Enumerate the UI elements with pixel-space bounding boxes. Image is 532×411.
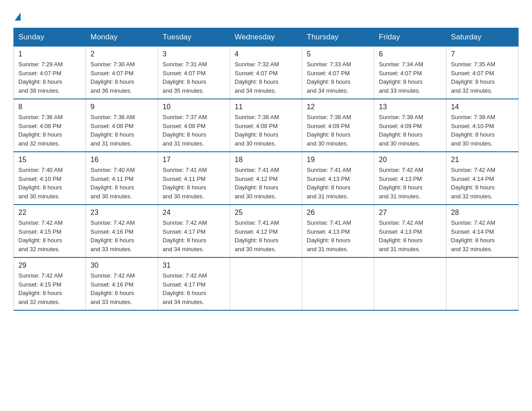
logo-triangle-icon (15, 13, 21, 21)
calendar-cell: 29 Sunrise: 7:42 AMSunset: 4:15 PMDaylig… (14, 257, 86, 310)
day-info: Sunrise: 7:34 AMSunset: 4:07 PMDaylight:… (379, 61, 423, 94)
calendar-cell: 11 Sunrise: 7:38 AMSunset: 4:08 PMDaylig… (230, 99, 302, 152)
day-number: 20 (379, 156, 442, 164)
day-info: Sunrise: 7:42 AMSunset: 4:13 PMDaylight:… (379, 167, 423, 200)
calendar-cell: 27 Sunrise: 7:42 AMSunset: 4:13 PMDaylig… (374, 205, 446, 257)
calendar-cell: 25 Sunrise: 7:41 AMSunset: 4:12 PMDaylig… (230, 205, 302, 257)
day-info: Sunrise: 7:41 AMSunset: 4:11 PMDaylight:… (163, 167, 207, 200)
weekday-header-thursday: Thursday (302, 28, 374, 47)
day-number: 29 (18, 261, 81, 270)
calendar-cell (302, 257, 374, 310)
calendar-cell: 23 Sunrise: 7:42 AMSunset: 4:16 PMDaylig… (86, 205, 158, 257)
calendar-cell: 4 Sunrise: 7:32 AMSunset: 4:07 PMDayligh… (230, 47, 302, 99)
day-number: 15 (18, 156, 81, 164)
day-info: Sunrise: 7:38 AMSunset: 4:09 PMDaylight:… (307, 114, 351, 147)
calendar-cell: 19 Sunrise: 7:41 AMSunset: 4:13 PMDaylig… (302, 152, 374, 205)
day-info: Sunrise: 7:40 AMSunset: 4:10 PMDaylight:… (18, 167, 63, 200)
day-info: Sunrise: 7:35 AMSunset: 4:07 PMDaylight:… (451, 61, 495, 94)
day-number: 3 (163, 50, 225, 58)
day-number: 19 (307, 156, 369, 164)
day-number: 1 (18, 50, 81, 58)
calendar-week-2: 8 Sunrise: 7:36 AMSunset: 4:08 PMDayligh… (14, 99, 519, 152)
calendar-cell: 17 Sunrise: 7:41 AMSunset: 4:11 PMDaylig… (158, 152, 230, 205)
calendar-cell: 1 Sunrise: 7:29 AMSunset: 4:07 PMDayligh… (14, 47, 86, 99)
calendar-cell (374, 257, 446, 310)
calendar-cell: 28 Sunrise: 7:42 AMSunset: 4:14 PMDaylig… (446, 205, 519, 257)
day-number: 7 (451, 50, 514, 58)
day-number: 26 (307, 209, 369, 217)
day-info: Sunrise: 7:42 AMSunset: 4:14 PMDaylight:… (451, 167, 495, 200)
day-number: 6 (379, 50, 442, 58)
day-info: Sunrise: 7:36 AMSunset: 4:08 PMDaylight:… (90, 114, 135, 147)
calendar-cell: 6 Sunrise: 7:34 AMSunset: 4:07 PMDayligh… (374, 47, 446, 99)
day-info: Sunrise: 7:39 AMSunset: 4:09 PMDaylight:… (379, 114, 423, 147)
calendar-cell: 2 Sunrise: 7:30 AMSunset: 4:07 PMDayligh… (86, 47, 158, 99)
day-info: Sunrise: 7:41 AMSunset: 4:13 PMDaylight:… (307, 167, 351, 200)
day-info: Sunrise: 7:37 AMSunset: 4:08 PMDaylight:… (163, 114, 207, 147)
calendar-cell: 3 Sunrise: 7:31 AMSunset: 4:07 PMDayligh… (158, 47, 230, 99)
day-info: Sunrise: 7:31 AMSunset: 4:07 PMDaylight:… (163, 61, 207, 94)
calendar-cell: 8 Sunrise: 7:36 AMSunset: 4:08 PMDayligh… (14, 99, 86, 152)
calendar-cell: 10 Sunrise: 7:37 AMSunset: 4:08 PMDaylig… (158, 99, 230, 152)
calendar-cell: 15 Sunrise: 7:40 AMSunset: 4:10 PMDaylig… (14, 152, 86, 205)
calendar-cell: 24 Sunrise: 7:42 AMSunset: 4:17 PMDaylig… (158, 205, 230, 257)
calendar-cell: 22 Sunrise: 7:42 AMSunset: 4:15 PMDaylig… (14, 205, 86, 257)
calendar-cell: 9 Sunrise: 7:36 AMSunset: 4:08 PMDayligh… (86, 99, 158, 152)
weekday-header-friday: Friday (374, 28, 446, 47)
day-number: 28 (451, 209, 514, 217)
calendar-cell: 5 Sunrise: 7:33 AMSunset: 4:07 PMDayligh… (302, 47, 374, 99)
day-number: 2 (90, 50, 153, 58)
day-number: 12 (307, 103, 369, 111)
day-number: 10 (163, 103, 225, 111)
day-number: 17 (163, 156, 225, 164)
calendar-header: SundayMondayTuesdayWednesdayThursdayFrid… (14, 28, 519, 47)
calendar-cell: 7 Sunrise: 7:35 AMSunset: 4:07 PMDayligh… (446, 47, 519, 99)
day-number: 4 (235, 50, 297, 58)
day-number: 21 (451, 156, 514, 164)
weekday-header-wednesday: Wednesday (230, 28, 302, 47)
day-number: 23 (90, 209, 153, 217)
calendar-cell: 20 Sunrise: 7:42 AMSunset: 4:13 PMDaylig… (374, 152, 446, 205)
day-number: 25 (235, 209, 297, 217)
day-info: Sunrise: 7:32 AMSunset: 4:07 PMDaylight:… (235, 61, 279, 94)
page-header (13, 9, 519, 19)
day-number: 14 (451, 103, 514, 111)
day-number: 30 (90, 261, 153, 270)
weekday-header-row: SundayMondayTuesdayWednesdayThursdayFrid… (14, 28, 519, 47)
day-info: Sunrise: 7:42 AMSunset: 4:15 PMDaylight:… (18, 219, 63, 253)
day-number: 16 (90, 156, 153, 164)
day-info: Sunrise: 7:36 AMSunset: 4:08 PMDaylight:… (18, 114, 63, 147)
weekday-header-tuesday: Tuesday (158, 28, 230, 47)
day-info: Sunrise: 7:42 AMSunset: 4:17 PMDaylight:… (163, 219, 207, 253)
day-number: 31 (163, 261, 225, 270)
day-number: 8 (18, 103, 81, 111)
day-info: Sunrise: 7:30 AMSunset: 4:07 PMDaylight:… (90, 61, 135, 94)
calendar-body: 1 Sunrise: 7:29 AMSunset: 4:07 PMDayligh… (14, 47, 519, 311)
day-info: Sunrise: 7:29 AMSunset: 4:07 PMDaylight:… (18, 61, 63, 94)
calendar-cell: 16 Sunrise: 7:40 AMSunset: 4:11 PMDaylig… (86, 152, 158, 205)
weekday-header-sunday: Sunday (14, 28, 86, 47)
day-info: Sunrise: 7:41 AMSunset: 4:13 PMDaylight:… (307, 219, 351, 253)
day-info: Sunrise: 7:42 AMSunset: 4:16 PMDaylight:… (90, 219, 135, 253)
day-number: 5 (307, 50, 369, 58)
calendar-cell: 18 Sunrise: 7:41 AMSunset: 4:12 PMDaylig… (230, 152, 302, 205)
day-info: Sunrise: 7:39 AMSunset: 4:10 PMDaylight:… (451, 114, 495, 147)
day-info: Sunrise: 7:42 AMSunset: 4:16 PMDaylight:… (90, 272, 135, 305)
day-number: 27 (379, 209, 442, 217)
calendar-week-3: 15 Sunrise: 7:40 AMSunset: 4:10 PMDaylig… (14, 152, 519, 205)
weekday-header-saturday: Saturday (446, 28, 519, 47)
day-number: 24 (163, 209, 225, 217)
day-info: Sunrise: 7:38 AMSunset: 4:08 PMDaylight:… (235, 114, 279, 147)
day-info: Sunrise: 7:42 AMSunset: 4:15 PMDaylight:… (18, 272, 63, 305)
day-info: Sunrise: 7:42 AMSunset: 4:17 PMDaylight:… (163, 272, 207, 305)
calendar-week-4: 22 Sunrise: 7:42 AMSunset: 4:15 PMDaylig… (14, 205, 519, 257)
calendar-cell (230, 257, 302, 310)
day-info: Sunrise: 7:33 AMSunset: 4:07 PMDaylight:… (307, 61, 351, 94)
day-number: 11 (235, 103, 297, 111)
calendar-table: SundayMondayTuesdayWednesdayThursdayFrid… (13, 28, 519, 311)
calendar-week-5: 29 Sunrise: 7:42 AMSunset: 4:15 PMDaylig… (14, 257, 519, 310)
logo (13, 9, 21, 19)
day-info: Sunrise: 7:40 AMSunset: 4:11 PMDaylight:… (90, 167, 135, 200)
day-number: 9 (90, 103, 153, 111)
day-number: 22 (18, 209, 81, 217)
